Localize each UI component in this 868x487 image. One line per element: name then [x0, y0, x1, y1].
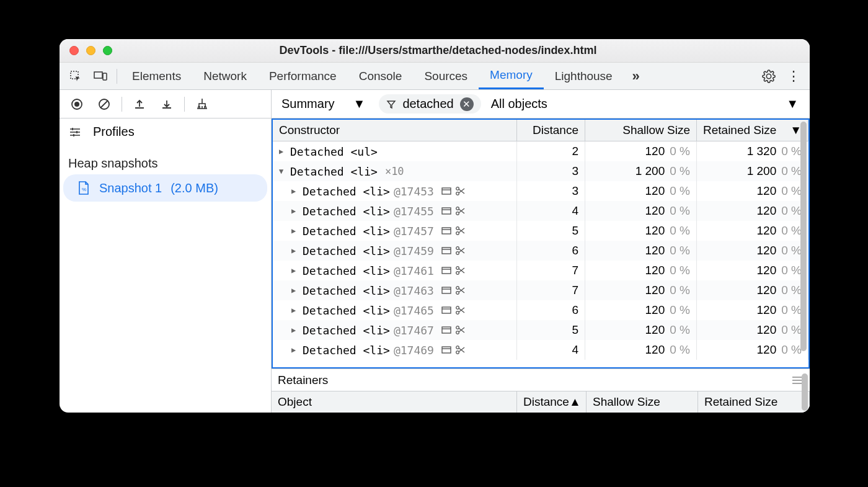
more-tabs-icon[interactable]: »	[625, 65, 647, 87]
disclosure-icon[interactable]: ▶	[291, 187, 299, 195]
table-row[interactable]: ▼ Detached <li> ×10 3 1 2000 % 1 2000 %	[273, 161, 808, 181]
close-window-button[interactable]	[69, 46, 79, 55]
disclosure-icon[interactable]: ▶	[291, 306, 299, 315]
table-row[interactable]: ▶ Detached <li> @17463 7 1200 % 1200 %	[273, 280, 808, 300]
retained-pct: 0 %	[781, 244, 802, 257]
profiles-header[interactable]: Profiles	[60, 118, 271, 145]
svg-point-43	[456, 351, 459, 354]
upload-icon[interactable]	[128, 93, 151, 115]
disclosure-icon[interactable]: ▶	[291, 226, 299, 235]
svg-line-6	[100, 101, 108, 108]
row-icons	[441, 206, 465, 216]
tab-sources[interactable]: Sources	[413, 63, 479, 89]
shallow-value: 1 200	[636, 164, 665, 178]
clear-filter-icon[interactable]: ✕	[460, 97, 474, 111]
col-constructor[interactable]: Constructor	[273, 120, 517, 141]
table-row[interactable]: ▶ Detached <li> @17457 5 1200 % 1200 %	[273, 221, 808, 241]
object-id: @17461	[394, 264, 434, 277]
table-row[interactable]: ▶ Detached <li> @17465 6 1200 % 1200 %	[273, 300, 808, 320]
disclosure-icon[interactable]: ▶	[291, 346, 299, 354]
shallow-pct: 0 %	[670, 224, 690, 238]
retained-value: 120	[757, 303, 777, 317]
shallow-value: 120	[645, 184, 665, 198]
rcol-distance[interactable]: Distance ▲	[517, 391, 587, 413]
tab-lighthouse[interactable]: Lighthouse	[544, 63, 624, 89]
scissors-icon	[455, 345, 465, 355]
table-row[interactable]: ▶ Detached <li> @17461 7 1200 % 1200 %	[273, 261, 808, 280]
col-retained[interactable]: Retained Size ▼	[697, 120, 808, 141]
table-row[interactable]: ▶ Detached <ul> 2 1200 % 1 3200 %	[273, 141, 808, 161]
constructor-label: Detached <li>	[303, 264, 390, 277]
caret-down-icon: ▼	[786, 97, 799, 111]
constructor-label: Detached <li>	[303, 324, 390, 337]
retained-pct: 0 %	[781, 184, 802, 198]
svg-point-10	[456, 187, 459, 190]
svg-point-14	[456, 207, 459, 210]
distance-value: 7	[572, 264, 578, 277]
svg-point-19	[456, 232, 459, 235]
disclosure-icon[interactable]: ▶	[291, 207, 299, 215]
table-row[interactable]: ▶ Detached <li> @17467 5 1200 % 1200 %	[273, 320, 808, 340]
disclosure-icon[interactable]: ▶	[291, 286, 299, 295]
table-row[interactable]: ▶ Detached <li> @17453 3 1200 % 1200 %	[273, 181, 808, 201]
tab-performance[interactable]: Performance	[258, 63, 348, 89]
svg-rect-28	[442, 287, 451, 293]
shallow-pct: 0 %	[670, 184, 690, 198]
rcol-object[interactable]: Object	[272, 391, 517, 413]
window-icon	[441, 345, 451, 355]
svg-point-39	[456, 331, 459, 334]
col-shallow[interactable]: Shallow Size	[585, 120, 697, 141]
device-toggle-icon[interactable]	[89, 65, 112, 87]
distance-value: 5	[572, 323, 578, 337]
retained-pct: 0 %	[781, 264, 802, 277]
scissors-icon	[455, 246, 465, 256]
inspect-element-icon[interactable]	[64, 65, 87, 87]
disclosure-icon[interactable]: ▶	[291, 246, 299, 255]
row-icons	[441, 266, 465, 275]
retainers-scrollbar[interactable]	[802, 373, 808, 411]
row-icons	[441, 226, 465, 236]
col-distance[interactable]: Distance	[517, 120, 585, 141]
sweep-icon[interactable]	[191, 93, 213, 115]
vertical-scrollbar[interactable]	[800, 122, 807, 351]
tab-memory[interactable]: Memory	[479, 63, 544, 89]
snapshot-size: (2.0 MB)	[170, 181, 218, 195]
row-icons	[441, 325, 465, 335]
view-dropdown[interactable]: Summary ▼	[278, 94, 369, 114]
snapshot-item[interactable]: % Snapshot 1 (2.0 MB)	[63, 174, 267, 202]
tab-network[interactable]: Network	[192, 63, 258, 89]
rcol-shallow[interactable]: Shallow Size	[587, 391, 698, 413]
table-row[interactable]: ▶ Detached <li> @17455 4 1200 % 1200 %	[273, 201, 808, 221]
caret-down-icon: ▼	[353, 97, 366, 111]
shallow-pct: 0 %	[670, 343, 690, 357]
svg-point-38	[456, 326, 459, 329]
objects-dropdown[interactable]: All objects ▼	[491, 97, 804, 111]
download-icon[interactable]	[156, 93, 178, 115]
table-row[interactable]: ▶ Detached <li> @17459 6 1200 % 1200 %	[273, 241, 808, 261]
object-id: @17467	[394, 324, 434, 337]
clear-icon[interactable]	[93, 93, 115, 115]
table-row[interactable]: ▶ Detached <li> @17469 4 1200 % 1200 %	[273, 340, 808, 360]
disclosure-icon[interactable]: ▶	[291, 266, 299, 275]
retainers-header: Object Distance ▲ Shallow Size Retained …	[272, 391, 810, 413]
maximize-window-button[interactable]	[103, 46, 112, 55]
disclosure-icon[interactable]: ▶	[291, 326, 299, 334]
disclosure-icon[interactable]: ▶	[279, 147, 286, 156]
traffic-lights	[69, 46, 112, 55]
settings-gear-icon[interactable]	[758, 65, 780, 87]
svg-rect-1	[94, 72, 102, 78]
filter-pill[interactable]: detached ✕	[379, 94, 480, 114]
svg-rect-24	[442, 267, 451, 274]
tab-console[interactable]: Console	[348, 63, 414, 89]
row-icons	[441, 186, 465, 196]
devtools-window: DevTools - file:///Users/stmarthe/detach…	[60, 39, 810, 413]
record-icon[interactable]	[66, 93, 88, 115]
disclosure-icon[interactable]: ▼	[279, 167, 286, 176]
sidebar-toolbar	[60, 90, 271, 118]
svg-point-27	[456, 272, 459, 275]
kebab-menu-icon[interactable]: ⋮	[782, 65, 805, 87]
shallow-value: 120	[645, 204, 665, 218]
rcol-retained[interactable]: Retained Size	[698, 391, 810, 413]
tab-elements[interactable]: Elements	[121, 63, 192, 89]
minimize-window-button[interactable]	[86, 46, 95, 55]
